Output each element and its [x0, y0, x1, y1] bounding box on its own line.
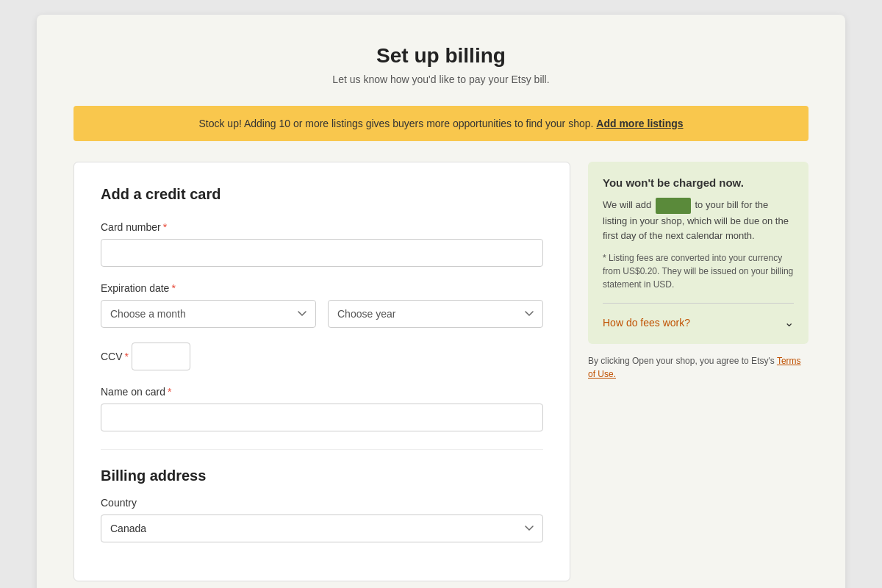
blurred-amount [656, 198, 691, 214]
info-text-1: We will add [603, 199, 651, 210]
page-wrapper: Set up billing Let us know how you'd lik… [37, 15, 845, 588]
country-select[interactable]: Canada United States United Kingdom Aust… [101, 514, 543, 542]
how-fees-work-link[interactable]: How do fees work? ⌄ [603, 315, 794, 329]
credit-card-section-title: Add a credit card [101, 186, 543, 203]
fees-link-text: How do fees work? [603, 317, 690, 329]
banner-text: Stock up! Adding 10 or more listings giv… [198, 118, 593, 129]
expiration-required: * [171, 282, 175, 294]
billing-address-title: Billing address [101, 467, 543, 484]
name-group: Name on card* [101, 385, 543, 431]
promo-banner: Stock up! Adding 10 or more listings giv… [74, 106, 808, 141]
month-select[interactable]: Choose a month JanuaryFebruaryMarchApril… [101, 300, 316, 328]
terms-text: By clicking Open your shop, you agree to… [588, 354, 808, 381]
country-group: Country Canada United States United King… [101, 496, 543, 542]
section-divider [101, 449, 543, 450]
expiration-group: Expiration date* Choose a month JanuaryF… [101, 282, 543, 328]
year-select[interactable]: Choose year 2024202520262027202820292030… [328, 300, 543, 328]
terms-prefix: By clicking Open your shop, you agree to… [588, 356, 775, 366]
info-card-text: We will add to your bill for the listing… [603, 198, 794, 243]
card-divider [603, 303, 794, 304]
ccv-group: CCV* [101, 343, 543, 370]
info-card-title: You won't be charged now. [603, 176, 794, 189]
main-card: Add a credit card Card number* Expiratio… [74, 162, 570, 581]
card-number-label: Card number* [101, 221, 167, 233]
expiry-row: Choose a month JanuaryFebruaryMarchApril… [101, 300, 543, 328]
fee-note: * Listing fees are converted into your c… [603, 251, 794, 291]
sidebar: You won't be charged now. We will add to… [588, 162, 808, 381]
ccv-input[interactable] [132, 343, 190, 370]
card-number-input[interactable] [101, 239, 543, 267]
content-area: Add a credit card Card number* Expiratio… [74, 162, 808, 581]
card-number-group: Card number* [101, 220, 543, 267]
info-card: You won't be charged now. We will add to… [588, 162, 808, 344]
expiration-label: Expiration date* [101, 282, 176, 294]
name-required: * [168, 386, 171, 398]
name-label: Name on card* [101, 386, 171, 398]
ccv-label: CCV* [101, 351, 129, 362]
ccv-required: * [125, 351, 129, 362]
page-subtitle: Let us know how you'd like to pay your E… [74, 74, 808, 85]
page-header: Set up billing Let us know how you'd lik… [74, 44, 808, 85]
page-title: Set up billing [74, 44, 808, 68]
card-number-required: * [163, 221, 167, 233]
add-listings-link[interactable]: Add more listings [596, 118, 683, 129]
name-on-card-input[interactable] [101, 404, 543, 431]
country-label: Country [101, 497, 137, 509]
chevron-down-icon: ⌄ [784, 315, 794, 329]
